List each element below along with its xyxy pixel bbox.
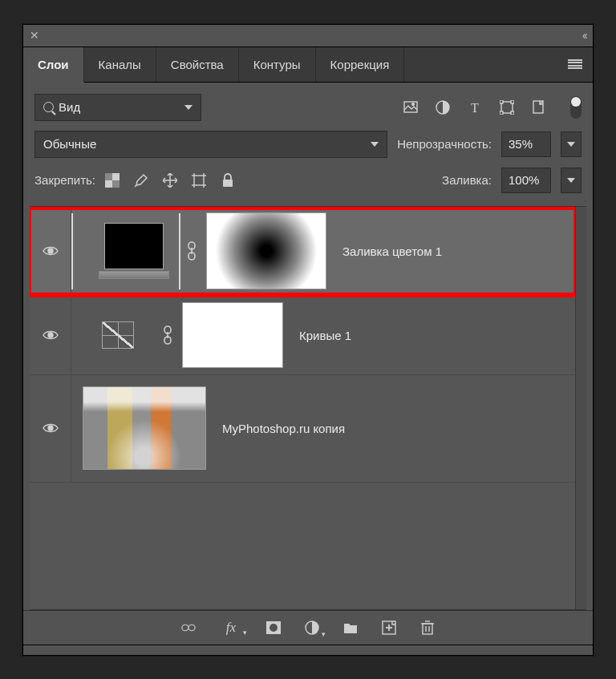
svg-point-37: [270, 624, 278, 632]
panel-titlebar: ✕ ‹‹: [23, 25, 593, 47]
lock-all-icon[interactable]: [221, 173, 235, 188]
svg-rect-5: [500, 100, 503, 103]
fill-label: Заливка:: [442, 173, 492, 187]
scrollbar[interactable]: [575, 207, 586, 609]
tab-adjustments[interactable]: Коррекция: [316, 47, 405, 82]
layer-thumbnail[interactable]: [83, 321, 153, 349]
layers-panel: ✕ ‹‹ Слои Каналы Свойства Контуры Коррек…: [22, 24, 594, 656]
layer-mask-thumbnail[interactable]: [182, 302, 283, 368]
svg-rect-24: [223, 180, 233, 187]
curves-icon: [102, 321, 134, 349]
layers-footer: fx ▾ ▾: [23, 610, 593, 645]
layer-thumbnail[interactable]: [83, 386, 206, 470]
filter-type-icons: T: [403, 100, 546, 115]
visibility-eye-icon[interactable]: [43, 245, 59, 257]
mask-link-icon[interactable]: [161, 325, 174, 345]
tab-layers[interactable]: Слои: [23, 47, 84, 83]
indent-marker: [179, 213, 180, 289]
layer-name[interactable]: MyPhotoshop.ru копия: [222, 422, 345, 435]
visibility-eye-icon[interactable]: [43, 422, 59, 434]
layer-filter-kind-dropdown[interactable]: Вид: [34, 94, 201, 121]
tab-properties[interactable]: Свойства: [156, 47, 239, 82]
chevron-down-icon: [567, 178, 575, 183]
filter-kind-label: Вид: [59, 100, 80, 114]
new-adjustment-icon[interactable]: ▾: [305, 620, 319, 635]
chevron-down-icon: [371, 142, 379, 147]
indent-marker: [71, 213, 73, 289]
svg-rect-15: [194, 176, 204, 185]
blend-mode-value: Обычные: [43, 137, 96, 151]
opacity-label: Непрозрачность:: [397, 137, 492, 151]
chevron-down-icon: [184, 105, 192, 110]
close-icon[interactable]: ✕: [30, 29, 39, 42]
visibility-eye-icon[interactable]: [43, 329, 59, 341]
filter-row: Вид T: [23, 83, 593, 127]
add-mask-icon[interactable]: [266, 620, 281, 635]
fill-dropdown-button[interactable]: [561, 168, 582, 193]
new-group-icon[interactable]: [343, 620, 358, 635]
lock-position-icon[interactable]: [163, 173, 177, 188]
svg-point-1: [412, 103, 415, 105]
svg-rect-12: [112, 180, 120, 188]
svg-rect-42: [423, 624, 432, 634]
opacity-input[interactable]: 35%: [501, 131, 551, 157]
link-layers-icon[interactable]: [181, 620, 196, 635]
new-layer-icon[interactable]: [382, 620, 396, 635]
lock-transparency-icon[interactable]: [105, 173, 120, 188]
filter-toggle-switch[interactable]: [570, 96, 582, 119]
panel-tabs: Слои Каналы Свойства Контуры Коррекция: [23, 47, 593, 83]
filter-type-icon[interactable]: T: [468, 100, 482, 115]
lock-pixels-icon[interactable]: [134, 173, 148, 188]
svg-rect-34: [182, 624, 188, 630]
mask-link-icon[interactable]: [185, 241, 198, 261]
layer-mask-thumbnail[interactable]: [206, 212, 326, 289]
filter-pixel-icon[interactable]: [403, 100, 418, 115]
svg-rect-8: [511, 111, 514, 115]
opacity-dropdown-button[interactable]: [561, 131, 582, 157]
svg-rect-0: [404, 102, 417, 112]
hamburger-icon: [568, 59, 582, 69]
filter-adjustment-icon[interactable]: [436, 100, 450, 115]
svg-point-29: [48, 333, 53, 337]
filter-shape-icon[interactable]: [500, 100, 514, 115]
blend-mode-dropdown[interactable]: Обычные: [34, 131, 387, 158]
layer-name[interactable]: Кривые 1: [299, 329, 351, 342]
panel-menu-button[interactable]: [557, 47, 593, 82]
lock-artboard-icon[interactable]: [192, 173, 206, 188]
svg-point-33: [48, 426, 53, 430]
layer-row[interactable]: Заливка цветом 1: [30, 207, 575, 297]
layer-thumbnail[interactable]: [99, 223, 169, 279]
lock-row: Закрепить: Заливка: 100%: [23, 164, 593, 203]
tab-paths[interactable]: Контуры: [239, 47, 316, 82]
fill-input[interactable]: 100%: [501, 168, 551, 193]
svg-rect-35: [188, 624, 195, 630]
layer-row[interactable]: Кривые 1: [30, 297, 575, 375]
svg-point-25: [48, 249, 53, 253]
delete-layer-icon[interactable]: [420, 620, 435, 635]
blend-row: Обычные Непрозрачность: 35%: [23, 127, 593, 164]
layer-name[interactable]: Заливка цветом 1: [342, 245, 442, 258]
collapse-icon[interactable]: ‹‹: [582, 29, 586, 42]
svg-rect-7: [500, 111, 503, 115]
svg-rect-6: [511, 100, 514, 103]
lock-label: Закрепить:: [34, 173, 95, 187]
layer-row[interactable]: MyPhotoshop.ru копия: [30, 375, 575, 483]
filter-smartobject-icon[interactable]: [532, 100, 546, 115]
svg-text:T: T: [471, 101, 479, 115]
layers-list: Заливка цветом 1 Кривые 1: [30, 206, 586, 610]
search-icon: [43, 102, 54, 112]
layer-fx-icon[interactable]: fx ▾: [220, 620, 242, 635]
svg-rect-11: [105, 173, 112, 180]
tab-channels[interactable]: Каналы: [84, 47, 156, 82]
chevron-down-icon: [567, 142, 575, 147]
